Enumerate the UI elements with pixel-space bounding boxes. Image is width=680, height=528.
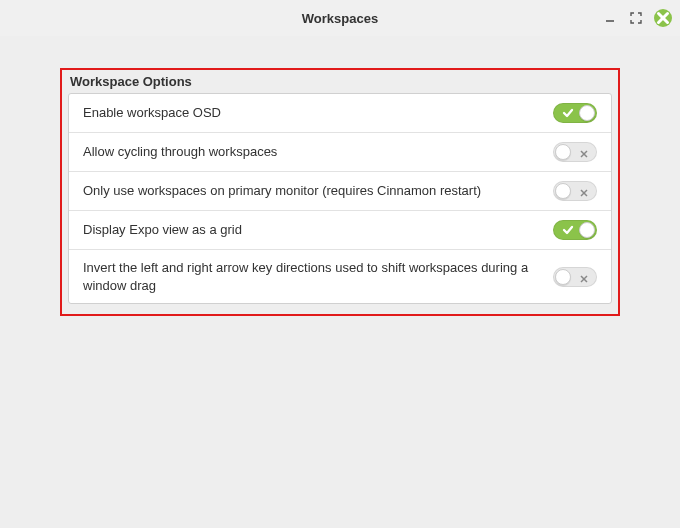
toggle-knob [555,183,571,199]
option-row-enable-osd: Enable workspace OSD [69,94,611,132]
toggle-expo-grid[interactable] [553,220,597,240]
option-row-primary-monitor: Only use workspaces on primary monitor (… [69,171,611,210]
toggle-primary-monitor[interactable] [553,181,597,201]
check-icon [562,107,574,119]
window-controls [602,0,672,36]
minimize-button[interactable] [602,10,618,26]
toggle-knob [579,105,595,121]
option-label: Display Expo view as a grid [83,221,553,239]
toggle-enable-osd[interactable] [553,103,597,123]
toggle-knob [579,222,595,238]
option-label: Enable workspace OSD [83,104,553,122]
content-area: Workspace Options Enable workspace OSD A… [0,36,680,316]
option-label: Only use workspaces on primary monitor (… [83,182,553,200]
option-row-cycling: Allow cycling through workspaces [69,132,611,171]
workspace-options-highlight: Workspace Options Enable workspace OSD A… [60,68,620,316]
option-row-invert-arrows: Invert the left and right arrow key dire… [69,249,611,303]
option-label: Allow cycling through workspaces [83,143,553,161]
option-row-expo-grid: Display Expo view as a grid [69,210,611,249]
workspace-options-panel: Enable workspace OSD Allow cycling throu… [68,93,612,304]
x-icon [579,272,589,282]
window-title: Workspaces [0,11,680,26]
close-icon [654,9,672,27]
toggle-cycling[interactable] [553,142,597,162]
minimize-icon [603,11,617,25]
titlebar: Workspaces [0,0,680,36]
close-button[interactable] [654,9,672,27]
maximize-button[interactable] [628,10,644,26]
x-icon [579,147,589,157]
option-label: Invert the left and right arrow key dire… [83,259,553,294]
panel-title: Workspace Options [68,74,612,93]
check-icon [562,224,574,236]
x-icon [579,186,589,196]
maximize-icon [629,11,643,25]
toggle-knob [555,269,571,285]
toggle-knob [555,144,571,160]
toggle-invert-arrows[interactable] [553,267,597,287]
